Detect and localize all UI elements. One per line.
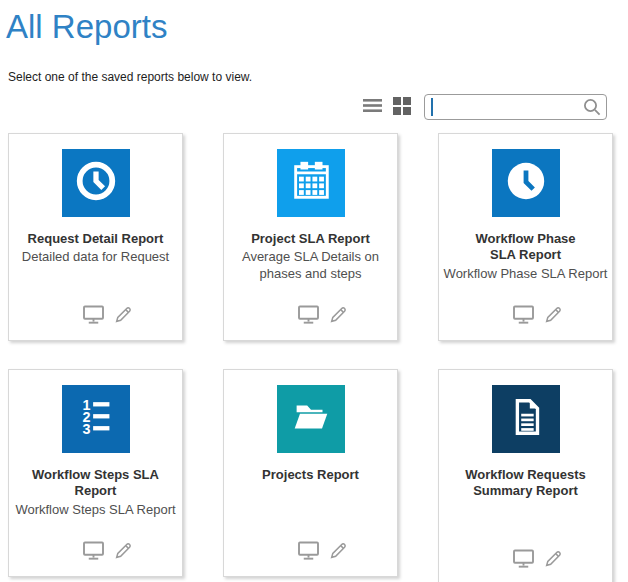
open-folder-icon <box>288 394 334 444</box>
view-report-button[interactable] <box>297 305 320 327</box>
text-caret <box>431 98 433 116</box>
report-tile <box>492 385 560 453</box>
monitor-icon <box>512 305 535 327</box>
report-card-workflow-steps-sla[interactable]: 1 2 3 Workflow Steps SLA Report Workflow… <box>8 369 183 577</box>
search-box <box>424 94 607 120</box>
report-tile <box>62 149 130 217</box>
edit-report-button[interactable] <box>544 549 563 571</box>
report-tile <box>492 149 560 217</box>
clock-solid-icon <box>503 158 549 208</box>
pencil-icon <box>544 549 563 571</box>
card-actions <box>9 541 182 563</box>
pencil-icon <box>329 541 348 563</box>
report-card-project-sla[interactable]: Project SLA Report Average SLA Details o… <box>223 133 398 341</box>
card-actions <box>439 549 612 571</box>
report-description: Workflow Phase SLA Report <box>439 266 612 283</box>
grid-view-button[interactable] <box>393 97 411 118</box>
report-description: Workflow Steps SLA Report <box>9 502 182 519</box>
monitor-icon <box>82 541 105 563</box>
card-actions <box>9 305 182 327</box>
report-card-workflow-phase-sla[interactable]: Workflow Phase SLA Report Workflow Phase… <box>438 133 613 341</box>
report-title: Request Detail Report <box>9 231 182 247</box>
report-description: Detailed data for Request <box>9 249 182 266</box>
clock-outline-icon <box>73 158 119 208</box>
card-actions <box>224 305 397 327</box>
calendar-icon <box>288 158 334 208</box>
report-tile: 1 2 3 <box>62 385 130 453</box>
edit-report-button[interactable] <box>544 305 563 327</box>
card-actions <box>439 305 612 327</box>
view-report-button[interactable] <box>82 305 105 327</box>
report-title: Workflow Phase SLA Report <box>439 231 612 264</box>
toolbar <box>0 93 628 121</box>
pencil-icon <box>114 305 133 327</box>
edit-report-button[interactable] <box>329 541 348 563</box>
report-tile <box>277 385 345 453</box>
list-view-icon <box>363 98 382 116</box>
report-card-projects[interactable]: Projects Report <box>223 369 398 577</box>
numbered-list-icon: 1 2 3 <box>73 394 119 444</box>
edit-report-button[interactable] <box>114 305 133 327</box>
document-icon <box>503 394 549 444</box>
card-actions <box>224 541 397 563</box>
report-title: Projects Report <box>224 467 397 483</box>
report-card-request-detail[interactable]: Request Detail Report Detailed data for … <box>8 133 183 341</box>
report-title: Workflow Steps SLA Report <box>9 467 182 500</box>
pencil-icon <box>544 305 563 327</box>
report-card-grid: Request Detail Report Detailed data for … <box>8 133 628 582</box>
edit-report-button[interactable] <box>329 305 348 327</box>
report-title: Project SLA Report <box>224 231 397 247</box>
magnifier-icon[interactable] <box>582 97 602 121</box>
monitor-icon <box>82 305 105 327</box>
report-tile <box>277 149 345 217</box>
view-report-button[interactable] <box>512 305 535 327</box>
page-subtitle: Select one of the saved reports below to… <box>8 70 628 84</box>
grid-view-icon <box>393 97 411 118</box>
report-title: Workflow Requests Summary Report <box>439 467 612 500</box>
search-input[interactable] <box>424 94 607 120</box>
edit-report-button[interactable] <box>114 541 133 563</box>
report-card-workflow-requests-summary[interactable]: Workflow Requests Summary Report <box>438 369 613 582</box>
svg-text:3: 3 <box>82 421 90 437</box>
report-description: Average SLA Details on phases and steps <box>224 249 397 283</box>
view-report-button[interactable] <box>82 541 105 563</box>
monitor-icon <box>297 305 320 327</box>
view-report-button[interactable] <box>512 549 535 571</box>
pencil-icon <box>329 305 348 327</box>
page-title: All Reports <box>6 8 628 46</box>
view-report-button[interactable] <box>297 541 320 563</box>
pencil-icon <box>114 541 133 563</box>
monitor-icon <box>512 549 535 571</box>
list-view-button[interactable] <box>363 98 382 116</box>
monitor-icon <box>297 541 320 563</box>
